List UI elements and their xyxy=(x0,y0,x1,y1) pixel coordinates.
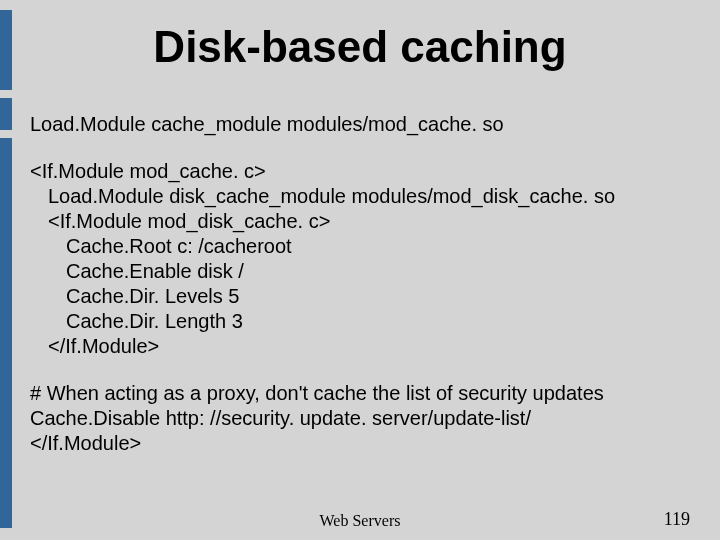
accent-bar-mid xyxy=(0,98,12,130)
config-line: Load.Module disk_cache_module modules/mo… xyxy=(30,184,690,209)
config-line: Load.Module cache_module modules/mod_cac… xyxy=(30,112,690,137)
accent-bar-bottom xyxy=(0,138,12,528)
config-line: Cache.Root c: /cacheroot xyxy=(30,234,690,259)
footer-label: Web Servers xyxy=(0,512,720,530)
config-line: <If.Module mod_cache. c> xyxy=(30,159,690,184)
config-line: Cache.Dir. Levels 5 xyxy=(30,284,690,309)
config-line: Cache.Enable disk / xyxy=(30,259,690,284)
slide-title: Disk-based caching xyxy=(0,22,720,72)
config-line: # When acting as a proxy, don't cache th… xyxy=(30,381,690,406)
slide-body: Load.Module cache_module modules/mod_cac… xyxy=(30,112,690,456)
config-line: Cache.Dir. Length 3 xyxy=(30,309,690,334)
page-number: 119 xyxy=(664,509,690,530)
config-line: </If.Module> xyxy=(30,431,690,456)
config-line: </If.Module> xyxy=(30,334,690,359)
config-line: <If.Module mod_disk_cache. c> xyxy=(30,209,690,234)
config-line: Cache.Disable http: //security. update. … xyxy=(30,406,690,431)
